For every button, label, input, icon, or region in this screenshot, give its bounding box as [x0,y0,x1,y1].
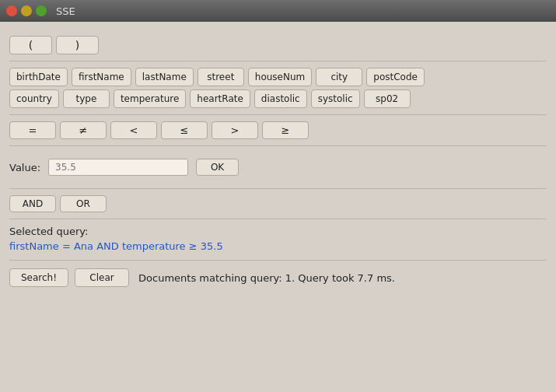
operator-button-≥[interactable]: ≥ [262,121,309,139]
field-button-country[interactable]: country [9,89,59,108]
field-button-type[interactable]: type [63,89,110,108]
query-text: firstName = Ana AND temperature ≥ 35.5 [9,240,547,252]
logic-section: AND OR [9,189,547,219]
field-button-heartrate[interactable]: heartRate [190,89,250,108]
title-bar: SSE [0,0,556,22]
clear-button[interactable]: Clear [75,268,129,287]
window-controls[interactable] [6,5,47,16]
operators-section: =≠<≤>≥ [9,115,547,146]
operator-button-≠[interactable]: ≠ [60,121,107,139]
operator-button-<[interactable]: < [110,121,157,139]
divider [9,260,547,261]
field-button-systolic[interactable]: systolic [311,89,360,108]
field-button-firstname[interactable]: firstName [72,68,131,86]
bottom-bar: Search! Clear Documents matching query: … [9,262,547,290]
operator-button-≤[interactable]: ≤ [161,121,208,139]
field-button-street[interactable]: street [198,68,244,86]
paren-row: ( ) [9,36,547,54]
field-button-postcode[interactable]: postCode [366,68,425,86]
field-button-sp02[interactable]: sp02 [364,89,411,108]
operators-row: =≠<≤>≥ [9,121,547,139]
ok-button[interactable]: OK [196,159,239,176]
fields-row1: birthDatefirstNamelastNamestreethouseNum… [9,68,547,86]
maximize-button[interactable] [36,5,47,16]
field-button-diastolic[interactable]: diastolic [254,89,307,108]
fields-row2: countrytypetemperatureheartRatediastolic… [9,89,547,108]
minimize-button[interactable] [21,5,32,16]
status-text: Documents matching query: 1. Query took … [138,272,395,284]
open-paren-button[interactable]: ( [9,36,52,54]
operator-button-=[interactable]: = [9,121,56,139]
field-button-temperature[interactable]: temperature [114,89,186,108]
operator-button->[interactable]: > [212,121,258,139]
selected-query-section: Selected query: firstName = Ana AND temp… [9,219,547,258]
value-label: Value: [9,162,40,173]
fields-section: birthDatefirstNamelastNamestreethouseNum… [9,61,547,115]
value-section: Value: OK [9,146,547,189]
field-button-lastname[interactable]: lastName [135,68,194,86]
paren-section: ( ) [9,30,547,61]
or-button[interactable]: OR [60,195,107,212]
selected-query-label: Selected query: [9,226,547,237]
and-button[interactable]: AND [9,195,56,212]
value-input[interactable] [48,159,188,176]
field-button-city[interactable]: city [316,68,362,86]
window-title: SSE [56,5,75,17]
logic-row: AND OR [9,195,547,212]
main-content: ( ) birthDatefirstNamelastNamestreethous… [0,22,556,298]
close-button[interactable] [6,5,17,16]
close-paren-button[interactable]: ) [56,36,99,54]
field-button-housenum[interactable]: houseNum [248,68,312,86]
field-button-birthdate[interactable]: birthDate [9,68,68,86]
search-button[interactable]: Search! [9,268,68,287]
value-row: Value: OK [9,152,547,182]
